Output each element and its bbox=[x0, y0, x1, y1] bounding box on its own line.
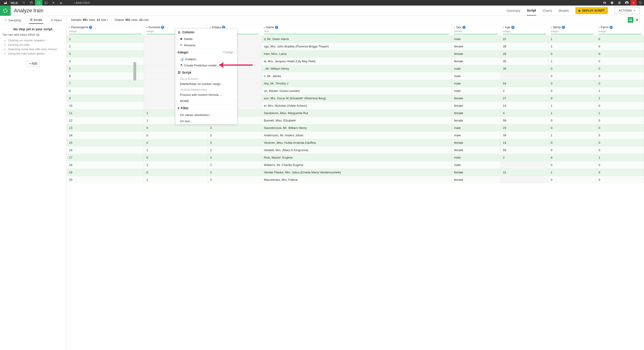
menu-custom-formula[interactable]: Process with custom formula ... bbox=[175, 92, 237, 98]
avatar-icon[interactable] bbox=[623, 0, 630, 5]
cell-parch[interactable]: 0 bbox=[596, 161, 644, 169]
cell-parch[interactable]: 0 bbox=[596, 65, 644, 72]
cell-pclass[interactable]: 3 bbox=[208, 124, 261, 132]
cell-sex[interactable]: male bbox=[452, 132, 500, 139]
collapse-handle[interactable] bbox=[134, 62, 136, 80]
tab-models[interactable]: Models bbox=[558, 6, 569, 15]
table-row[interactable]: 1113Sandstrom, Miss. Marguerite Rutfemal… bbox=[67, 109, 644, 117]
cell-passengerid[interactable]: 7 bbox=[67, 80, 144, 87]
cell-age[interactable]: 14 bbox=[500, 139, 548, 147]
table-row[interactable]: 8on, Master. Gosta Leonardmale231 bbox=[67, 87, 644, 95]
cell-passengerid[interactable]: 2 bbox=[67, 43, 144, 50]
cell-survived[interactable]: 0 bbox=[144, 169, 208, 176]
cell-sex[interactable]: female bbox=[452, 117, 500, 124]
cell-passengerid[interactable]: 3 bbox=[67, 50, 144, 58]
tab-script[interactable]: Script bbox=[527, 6, 536, 15]
cell-sex[interactable]: female bbox=[452, 43, 500, 50]
cell-sex[interactable]: female bbox=[452, 58, 500, 65]
brand-text[interactable]: MlLib bbox=[11, 1, 20, 5]
cell-parch[interactable]: 0 bbox=[596, 102, 644, 109]
cell-passengerid[interactable]: 20 bbox=[67, 176, 144, 184]
cell-sex[interactable]: male bbox=[452, 161, 500, 169]
cell-pclass[interactable]: 3 bbox=[208, 176, 261, 184]
menu-delete[interactable]: ✖Delete bbox=[175, 36, 237, 42]
cell-sex[interactable]: female bbox=[452, 50, 500, 58]
table-row[interactable]: 9son, Mrs. Oscar W (Elisabeth Vilhelmina… bbox=[67, 95, 644, 102]
column-header-name[interactable]: ▸ Name iText bbox=[262, 24, 452, 35]
cell-passengerid[interactable]: 1 bbox=[67, 35, 144, 43]
cell-survived[interactable]: 0 bbox=[144, 132, 208, 139]
cell-name[interactable]: Masselmani, Mrs. Fatima bbox=[262, 176, 452, 184]
cell-name[interactable]: le, Mrs. Jacques Heath (Lily May Peel) bbox=[262, 58, 452, 65]
cell-age[interactable]: 14 bbox=[500, 102, 548, 109]
cell-passengerid[interactable]: 18 bbox=[67, 161, 144, 169]
cell-sibsp[interactable]: 1 bbox=[548, 58, 596, 65]
table-row[interactable]: 1903Vander Planke, Mrs. Julius (Emelia M… bbox=[67, 169, 644, 176]
cell-parch[interactable]: 0 bbox=[596, 50, 644, 58]
menu-rename[interactable]: ✎Rename bbox=[175, 42, 237, 48]
tab-charts[interactable]: Charts bbox=[542, 6, 552, 15]
cell-passengerid[interactable]: 4 bbox=[67, 58, 144, 65]
list-view-button[interactable] bbox=[634, 17, 640, 23]
cell-parch[interactable]: 0 bbox=[596, 169, 644, 176]
cell-parch[interactable]: 0 bbox=[596, 72, 644, 80]
cell-sibsp[interactable]: 1 bbox=[548, 43, 596, 50]
bird-logo-icon[interactable] bbox=[0, 1, 11, 5]
grid-view-button[interactable] bbox=[628, 17, 633, 23]
cell-sex[interactable]: female bbox=[452, 95, 500, 102]
cell-name[interactable]: Sandstrom, Miss. Marguerite Rut bbox=[262, 109, 452, 117]
cell-age[interactable]: 26 bbox=[500, 50, 548, 58]
tab-summary[interactable]: Summary bbox=[506, 6, 520, 15]
analysis-icon[interactable] bbox=[35, 0, 42, 5]
cell-sex[interactable]: male bbox=[452, 154, 500, 161]
cell-survived[interactable]: 1 bbox=[144, 147, 208, 154]
cell-name[interactable]: Bonnell, Miss. Elizabeth bbox=[262, 117, 452, 124]
menu-create-prediction[interactable]: ⚗Create Prediction model... bbox=[175, 62, 237, 68]
cell-age[interactable] bbox=[500, 176, 548, 184]
change-type-link[interactable]: Change › bbox=[223, 51, 235, 54]
cell-parch[interactable]: 0 bbox=[596, 147, 644, 154]
cell-passengerid[interactable]: 17 bbox=[67, 154, 144, 161]
cell-passengerid[interactable]: 11 bbox=[67, 109, 144, 117]
chart-icon[interactable] bbox=[57, 0, 65, 5]
users-icon[interactable] bbox=[616, 0, 623, 5]
cell-sibsp[interactable]: 1 bbox=[548, 109, 596, 117]
cell-pclass[interactable]: 2 bbox=[208, 147, 261, 154]
cell-sibsp[interactable]: 0 bbox=[548, 72, 596, 80]
cell-passengerid[interactable]: 6 bbox=[67, 72, 144, 80]
cell-sibsp[interactable]: 0 bbox=[548, 80, 596, 87]
notebook-icon[interactable] bbox=[42, 0, 50, 5]
cell-age[interactable]: 55 bbox=[500, 147, 548, 154]
cell-sibsp[interactable]: 4 bbox=[548, 154, 596, 161]
cell-age[interactable]: 39 bbox=[500, 132, 548, 139]
cell-sex[interactable]: male bbox=[452, 80, 500, 87]
cell-parch[interactable]: 0 bbox=[596, 80, 644, 87]
cell-pclass[interactable]: 3 bbox=[208, 154, 261, 161]
cell-sibsp[interactable]: 0 bbox=[548, 147, 596, 154]
cell-age[interactable]: 22 bbox=[500, 35, 548, 43]
cell-passengerid[interactable]: 10 bbox=[67, 102, 144, 109]
table-row[interactable]: 1303Saundercock, Mr. William Henrymale20… bbox=[67, 124, 644, 132]
cell-passengerid[interactable]: 12 bbox=[67, 117, 144, 124]
cell-passengerid[interactable]: 16 bbox=[67, 147, 144, 154]
cell-name[interactable]: Rice, Master. Eugene bbox=[262, 154, 452, 161]
menu-delete-keep-range[interactable]: Delete/Keep on number range... bbox=[175, 81, 237, 87]
column-header-passengerid[interactable]: ▸ PassengerId iInteger bbox=[67, 24, 144, 35]
table-row[interactable]: 1812Williams, Mr. Charles Eugenemale00 bbox=[67, 161, 644, 169]
cell-pclass[interactable]: 3 bbox=[208, 132, 261, 139]
run-icon[interactable] bbox=[50, 0, 57, 5]
flow-icon[interactable] bbox=[20, 0, 28, 5]
table-row[interactable]: 2013Masselmani, Mrs. Fatimafemale00 bbox=[67, 176, 644, 184]
cell-name[interactable]: Andersson, Mr. Anders Johan bbox=[262, 132, 452, 139]
table-row[interactable]: 2ngs, Mrs. John Bradley (Florence Briggs… bbox=[67, 43, 644, 50]
cell-passengerid[interactable]: 8 bbox=[67, 87, 144, 95]
cell-name[interactable]: Williams, Mr. Charles Eugene bbox=[262, 161, 452, 169]
sidebar-tab-sampling[interactable]: ⚐Sampling bbox=[4, 17, 22, 24]
cell-name[interactable]: , Mr. William Henry bbox=[262, 65, 452, 72]
cell-sex[interactable]: female bbox=[452, 147, 500, 154]
add-step-button[interactable]: + ADD bbox=[27, 61, 40, 66]
cell-survived[interactable]: 0 bbox=[144, 124, 208, 132]
cell-sibsp[interactable]: 0 bbox=[548, 161, 596, 169]
menu-more[interactable]: MORE› bbox=[175, 98, 237, 104]
cell-passengerid[interactable]: 19 bbox=[67, 169, 144, 176]
